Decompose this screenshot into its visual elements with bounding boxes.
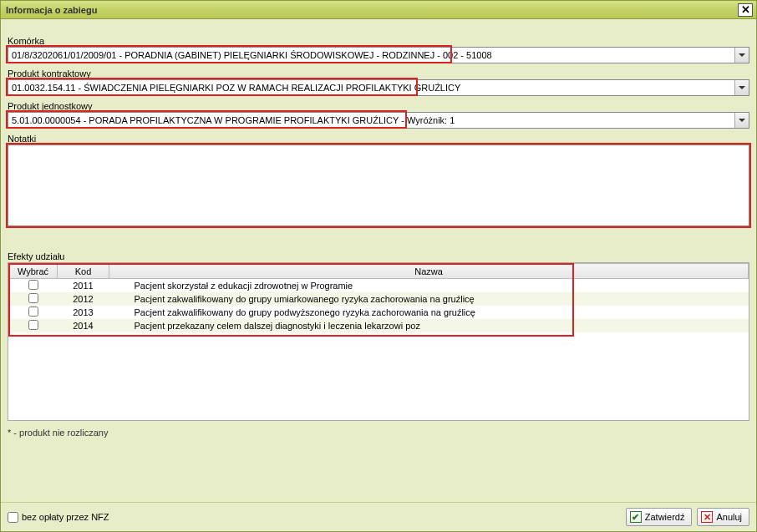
bez-oplaty-label: bez opłaty przez NFZ — [22, 512, 109, 522]
close-icon: ✕ — [741, 4, 750, 15]
cell-nazwa: Pacjent skorzystał z edukacji zdrowotnej… — [109, 279, 749, 293]
bez-oplaty-checkbox[interactable] — [8, 512, 18, 523]
table-row[interactable]: 2012Pacjent zakwalifikowany do grupy umi… — [9, 292, 749, 306]
cancel-button[interactable]: ✕ Anuluj — [697, 508, 749, 526]
cell-nazwa: Pacjent zakwalifikowany do grupy umiarko… — [109, 292, 749, 306]
table-efekty-wrap: Wybrać Kod Nazwa 2011Pacjent skorzystał … — [8, 262, 749, 421]
cancel-label: Anuluj — [716, 512, 742, 522]
row-checkbox[interactable] — [28, 307, 38, 317]
confirm-button[interactable]: ✔ Zatwierdź — [626, 508, 693, 526]
select-produkt-jednostkowy-wrap: 5.01.00.0000054 - PORADA PROFILAKTYCZNA … — [8, 112, 749, 129]
check-icon: ✔ — [630, 511, 642, 523]
select-produkt-kontraktowy[interactable]: 01.0032.154.11 - ŚWIADCZENIA PIELĘGNIARK… — [8, 79, 749, 96]
cell-kod: 2014 — [58, 319, 109, 332]
confirm-label: Zatwierdź — [645, 512, 685, 522]
cell-kod: 2013 — [58, 306, 109, 319]
cell-kod: 2012 — [58, 292, 109, 306]
cell-kod: 2011 — [58, 279, 109, 293]
close-button[interactable]: ✕ — [738, 3, 753, 17]
label-produkt-jednostkowy: Produkt jednostkowy — [8, 101, 749, 111]
th-wybrac[interactable]: Wybrać — [9, 264, 58, 279]
cancel-icon: ✕ — [701, 511, 713, 523]
table-row[interactable]: 2013Pacjent zakwalifikowany do grupy pod… — [9, 306, 749, 319]
th-nazwa[interactable]: Nazwa — [109, 264, 749, 279]
select-produkt-kontraktowy-wrap: 01.0032.154.11 - ŚWIADCZENIA PIELĘGNIARK… — [8, 79, 749, 96]
row-checkbox[interactable] — [28, 320, 38, 330]
select-produkt-jednostkowy[interactable]: 5.01.00.0000054 - PORADA PROFILAKTYCZNA … — [8, 112, 749, 129]
cell-nazwa: Pacjent przekazany celem dalszej diagnos… — [109, 319, 749, 332]
select-komorka-wrap: 01/8/3202061/01/2009/01 - PORADNIA (GABI… — [8, 47, 749, 63]
notes-textarea[interactable] — [8, 144, 749, 226]
table-row[interactable]: 2011Pacjent skorzystał z edukacji zdrowo… — [9, 279, 749, 293]
bez-oplaty-row[interactable]: bez opłaty przez NFZ — [8, 512, 109, 523]
row-checkbox[interactable] — [28, 280, 38, 290]
label-produkt-kontraktowy: Produkt kontraktowy — [8, 68, 749, 79]
footnote: * - produkt nie rozliczany — [8, 428, 749, 438]
notes-wrap — [8, 144, 749, 228]
window-title: Informacja o zabiegu — [6, 5, 97, 15]
dialog-window: Informacja o zabiegu ✕ Komórka 01/8/3202… — [0, 0, 757, 532]
cell-nazwa: Pacjent zakwalifikowany do grupy podwyżs… — [109, 306, 749, 319]
titlebar: Informacja o zabiegu ✕ — [1, 1, 756, 19]
label-notatki: Notatki — [8, 134, 749, 144]
bottom-bar: bez opłaty przez NFZ ✔ Zatwierdź ✕ Anulu… — [1, 502, 756, 531]
table-row[interactable]: 2014Pacjent przekazany celem dalszej dia… — [9, 319, 749, 332]
th-kod[interactable]: Kod — [58, 264, 109, 279]
select-komorka[interactable]: 01/8/3202061/01/2009/01 - PORADNIA (GABI… — [8, 47, 749, 63]
content-area: Komórka 01/8/3202061/01/2009/01 - PORADN… — [1, 19, 756, 502]
label-komorka: Komórka — [8, 36, 749, 46]
button-row: ✔ Zatwierdź ✕ Anuluj — [626, 508, 749, 526]
row-checkbox[interactable] — [28, 293, 38, 303]
label-efekty: Efekty udziału — [8, 251, 749, 261]
table-efekty: Wybrać Kod Nazwa 2011Pacjent skorzystał … — [8, 263, 749, 332]
